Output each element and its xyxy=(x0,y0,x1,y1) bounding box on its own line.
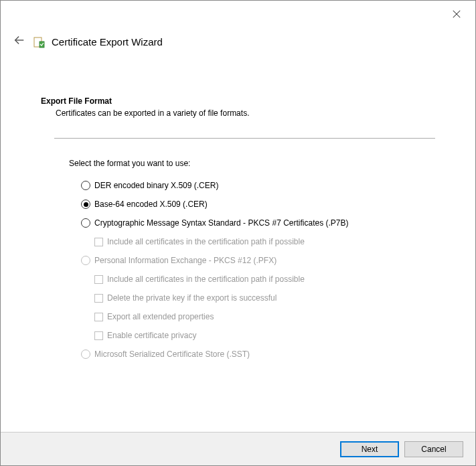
wizard-title: Certificate Export Wizard xyxy=(52,36,163,48)
option-pfx-label: Personal Information Exchange - PKCS #12… xyxy=(94,256,276,265)
option-sst: Microsoft Serialized Certificate Store (… xyxy=(81,345,449,364)
radio-icon xyxy=(81,256,90,265)
option-pfx-delete-label: Delete the private key if the export is … xyxy=(107,293,276,303)
certificate-icon xyxy=(33,36,45,48)
option-sst-label: Microsoft Serialized Certificate Store (… xyxy=(94,350,250,359)
option-pfx-include: Include all certificates in the certific… xyxy=(94,270,449,289)
back-arrow-icon[interactable] xyxy=(13,34,26,50)
radio-icon xyxy=(81,218,90,228)
option-pfx: Personal Information Exchange - PKCS #12… xyxy=(81,251,449,270)
close-button[interactable] xyxy=(449,6,465,22)
option-pkcs7[interactable]: Cryptographic Message Syntax Standard - … xyxy=(81,214,449,232)
format-options: DER encoded binary X.509 (.CER) Base-64 … xyxy=(41,168,449,364)
option-pfx-delete: Delete the private key if the export is … xyxy=(94,289,449,307)
option-pkcs7-label: Cryptographic Message Syntax Standard - … xyxy=(94,218,349,228)
option-pfx-include-label: Include all certificates in the certific… xyxy=(107,275,305,284)
checkbox-icon xyxy=(94,238,103,246)
checkbox-icon xyxy=(94,275,103,284)
option-pfx-privacy-label: Enable certificate privacy xyxy=(107,331,196,340)
checkbox-icon xyxy=(94,294,103,303)
checkbox-icon xyxy=(94,313,103,321)
option-pfx-extended-label: Export all extended properties xyxy=(107,312,214,321)
next-button[interactable]: Next xyxy=(340,441,399,457)
radio-icon xyxy=(81,350,90,359)
radio-icon xyxy=(81,181,90,190)
option-der-label: DER encoded binary X.509 (.CER) xyxy=(94,181,218,190)
option-base64[interactable]: Base-64 encoded X.509 (.CER) xyxy=(81,195,449,214)
option-pkcs7-include: Include all certificates in the certific… xyxy=(94,232,449,251)
cancel-button[interactable]: Cancel xyxy=(404,441,463,457)
option-base64-label: Base-64 encoded X.509 (.CER) xyxy=(94,200,208,209)
wizard-footer: Next Cancel xyxy=(1,432,475,465)
wizard-content: Export File Format Certificates can be e… xyxy=(1,50,475,364)
option-pfx-extended: Export all extended properties xyxy=(94,307,449,326)
checkbox-icon xyxy=(94,331,103,340)
radio-icon xyxy=(81,200,90,209)
section-title: Export File Format xyxy=(41,96,449,106)
option-pfx-privacy: Enable certificate privacy xyxy=(94,326,449,345)
wizard-header: Certificate Export Wizard xyxy=(1,1,475,50)
format-prompt: Select the format you want to use: xyxy=(41,139,449,168)
option-pkcs7-include-label: Include all certificates in the certific… xyxy=(107,237,305,246)
section-description: Certificates can be exported in a variet… xyxy=(41,106,449,118)
option-der[interactable]: DER encoded binary X.509 (.CER) xyxy=(81,176,449,195)
